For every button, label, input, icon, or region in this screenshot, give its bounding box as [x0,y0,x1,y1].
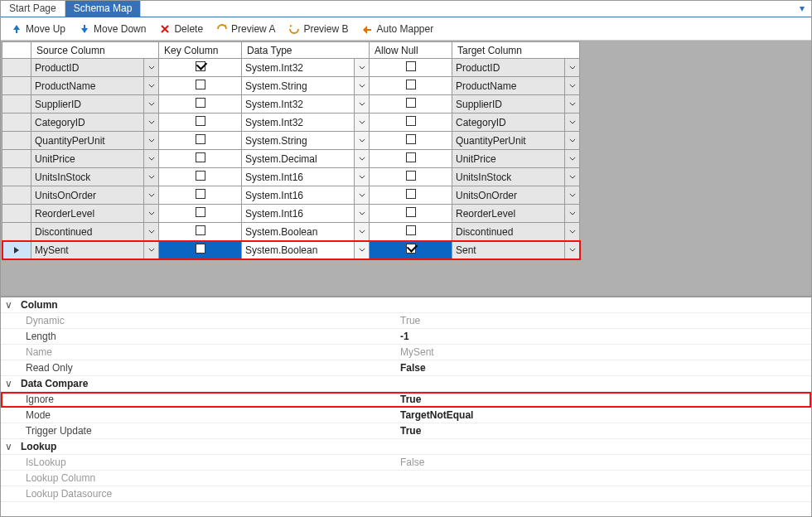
tab-schema-map[interactable]: Schema Map [65,1,142,17]
table-row[interactable]: QuantityPerUnitSystem.StringQuantityPerU… [2,132,580,150]
table-row[interactable]: ProductIDSystem.Int32ProductID [2,59,580,77]
chevron-down-icon[interactable] [564,59,579,76]
chevron-down-icon[interactable] [564,95,579,113]
table-row[interactable]: UnitPriceSystem.DecimalUnitPrice [2,150,580,168]
source-column-cell[interactable]: SupplierID [31,95,158,113]
chevron-down-icon[interactable] [354,114,369,131]
source-column-cell[interactable]: UnitsOnOrder [31,186,158,204]
source-column-cell[interactable]: UnitsInStock [31,168,158,186]
chevron-down-icon[interactable] [143,150,158,167]
prop-cat-lookup[interactable]: ∨Lookup [1,439,811,455]
table-row[interactable]: ProductNameSystem.StringProductName [2,77,580,95]
preview-b-button[interactable]: Preview B [283,22,353,36]
key-checkbox[interactable] [196,244,205,254]
chevron-down-icon[interactable] [354,205,369,222]
prop-trigger[interactable]: Trigger UpdateTrue [1,423,811,439]
col-target[interactable]: Target Column [452,42,580,59]
key-checkbox[interactable] [196,134,205,144]
expand-icon[interactable]: ∨ [1,299,16,311]
chevron-down-icon[interactable] [354,150,369,167]
chevron-down-icon[interactable] [564,77,579,94]
move-up-button[interactable]: Move Up [6,22,70,36]
data-type-cell[interactable]: System.Int32 [242,95,369,113]
prop-lookup-col[interactable]: Lookup Column [1,471,811,486]
data-type-cell[interactable]: System.Boolean [242,223,369,240]
delete-button[interactable]: Delete [154,22,208,36]
data-type-cell[interactable]: System.Boolean [242,241,369,258]
data-type-cell[interactable]: System.Int16 [242,186,369,204]
chevron-down-icon[interactable] [143,223,158,240]
chevron-down-icon[interactable] [143,114,158,131]
key-checkbox[interactable] [196,225,205,235]
tab-start-page[interactable]: Start Page [1,1,65,17]
col-null[interactable]: Allow Null [370,42,452,59]
allow-null-checkbox[interactable] [406,171,416,181]
source-column-cell[interactable]: Discontinued [31,223,158,240]
chevron-down-icon[interactable] [354,95,369,113]
prop-ignore[interactable]: IgnoreTrue [1,392,811,408]
source-column-cell[interactable]: CategoryID [31,114,158,131]
chevron-down-icon[interactable] [143,205,158,222]
chevron-down-icon[interactable] [564,223,579,240]
prop-lookup-ds[interactable]: Lookup Datasource [1,486,811,502]
chevron-down-icon[interactable] [564,205,579,222]
key-checkbox[interactable] [196,116,205,126]
chevron-down-icon[interactable] [354,59,369,76]
chevron-down-icon[interactable] [143,77,158,94]
source-column-cell[interactable]: ProductName [31,77,158,94]
key-checkbox[interactable] [196,189,205,199]
auto-mapper-button[interactable]: Auto Mapper [356,22,438,36]
source-column-cell[interactable]: ReorderLevel [31,205,158,222]
target-column-cell[interactable]: ProductName [452,77,579,94]
data-type-cell[interactable]: System.Int32 [242,59,369,76]
allow-null-checkbox[interactable] [406,207,416,217]
target-column-cell[interactable]: ProductID [452,59,579,76]
col-source[interactable]: Source Column [31,42,159,59]
data-type-cell[interactable]: System.Int16 [242,205,369,222]
preview-a-button[interactable]: Preview A [211,22,280,36]
allow-null-checkbox[interactable] [406,61,416,71]
key-checkbox[interactable] [196,61,205,71]
source-column-cell[interactable]: QuantityPerUnit [31,132,158,149]
prop-name[interactable]: NameMySent [1,345,811,360]
chevron-down-icon[interactable] [564,168,579,186]
chevron-down-icon[interactable] [564,186,579,204]
allow-null-checkbox[interactable] [406,152,416,162]
chevron-down-icon[interactable] [564,132,579,149]
target-column-cell[interactable]: SupplierID [452,95,579,113]
target-column-cell[interactable]: UnitsOnOrder [452,186,579,204]
chevron-down-icon[interactable] [354,77,369,94]
col-type[interactable]: Data Type [242,42,370,59]
allow-null-checkbox[interactable] [406,98,416,108]
data-type-cell[interactable]: System.String [242,132,369,149]
chevron-down-icon[interactable] [354,168,369,186]
expand-icon[interactable]: ∨ [1,441,16,452]
key-checkbox[interactable] [196,80,205,89]
chevron-down-icon[interactable] [143,168,158,186]
tabs-overflow[interactable]: ▾ [793,1,811,17]
chevron-down-icon[interactable] [143,59,158,76]
target-column-cell[interactable]: CategoryID [452,114,579,131]
prop-length[interactable]: Length-1 [1,329,811,345]
chevron-down-icon[interactable] [354,132,369,149]
table-row[interactable]: DiscontinuedSystem.BooleanDiscontinued [2,223,580,241]
col-key[interactable]: Key Column [159,42,242,59]
prop-cat-compare[interactable]: ∨Data Compare [1,376,811,392]
chevron-down-icon[interactable] [143,241,158,258]
chevron-down-icon[interactable] [143,132,158,149]
source-column-cell[interactable]: UnitPrice [31,150,158,167]
data-type-cell[interactable]: System.String [242,77,369,94]
data-type-cell[interactable]: System.Int32 [242,114,369,131]
table-row[interactable]: ReorderLevelSystem.Int16ReorderLevel [2,205,580,223]
move-down-button[interactable]: Move Down [74,22,151,36]
table-row[interactable]: SupplierIDSystem.Int32SupplierID [2,95,580,114]
allow-null-checkbox[interactable] [406,80,416,89]
source-column-cell[interactable]: ProductID [31,59,158,76]
key-checkbox[interactable] [196,171,205,181]
chevron-down-icon[interactable] [564,241,579,258]
source-column-cell[interactable]: MySent [31,241,158,258]
prop-islookup[interactable]: IsLookupFalse [1,455,811,471]
prop-readonly[interactable]: Read OnlyFalse [1,360,811,376]
chevron-down-icon[interactable] [354,186,369,204]
data-type-cell[interactable]: System.Decimal [242,150,369,167]
